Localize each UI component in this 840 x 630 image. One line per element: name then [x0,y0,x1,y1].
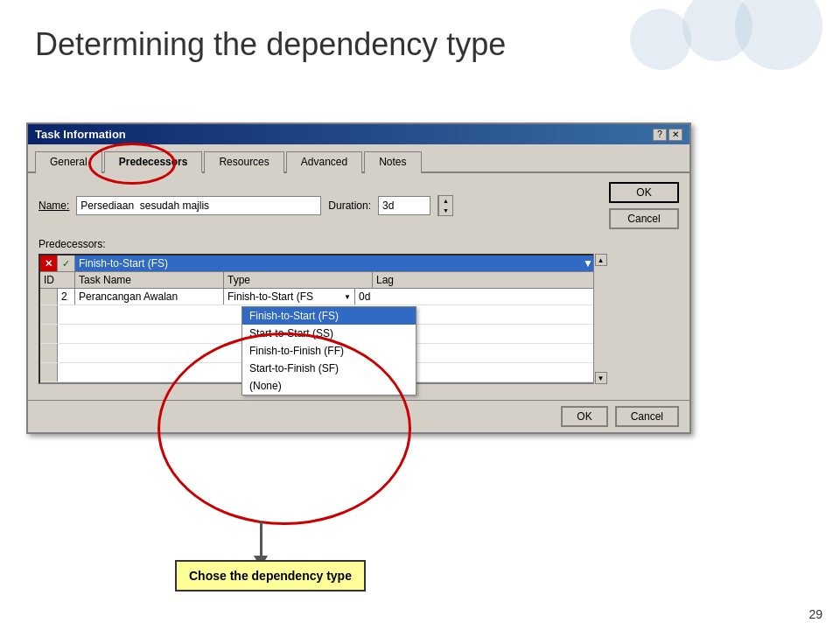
tab-general[interactable]: General [35,151,102,173]
name-duration-row: Name: Duration: ▲ ▼ OK Cancel [38,182,679,229]
grid-scrollbar: ▲ ▼ [593,254,607,384]
predecessors-label: Predecessors: [38,238,679,250]
dialog-title: Task Information [35,128,126,141]
x-icon: ✕ [45,258,52,270]
close-button[interactable]: ✕ [668,129,682,141]
tab-notes[interactable]: Notes [364,151,421,173]
scroll-track [595,266,607,372]
spinner-down[interactable]: ▼ [438,206,452,215]
help-button[interactable]: ? [653,129,667,141]
page-number: 29 [808,607,822,621]
callout-box: Chose the dependency type [175,560,366,592]
duration-input[interactable] [378,196,430,215]
type-dropdown-popup: Finish-to-Start (FS) Start-to-Start (SS)… [242,306,416,396]
bottom-buttons-row: OK Cancel [28,400,690,432]
grid-combo-row: ✕ ✓ Finish-to-Start (FS) ▼ [40,256,597,272]
combo-dropdown-arrow: ▼ [583,257,593,270]
dialog-content: Name: Duration: ▲ ▼ OK Cancel [28,173,690,400]
dropdown-option-sf[interactable]: Start-to-Finish (SF) [242,360,416,377]
row-selector [40,289,58,304]
predecessors-tab-wrapper: Predecessors [104,150,205,172]
row-lag-cell: 0d [355,289,399,304]
scroll-up-button[interactable]: ▲ [595,254,607,266]
dialog-controls: ? ✕ [653,129,682,141]
row-type-cell[interactable]: Finish-to-Start (FS ▼ [224,289,355,304]
bottom-ok-button[interactable]: OK [561,406,607,427]
col-header-lag: Lag [373,272,416,288]
row-id-cell: 2 [58,289,75,304]
right-buttons: OK Cancel [609,182,679,229]
dropdown-option-none[interactable]: (None) [242,377,416,395]
duration-spinner: ▲ ▼ [438,195,453,216]
dropdown-option-ff[interactable]: Finish-to-Finish (FF) [242,342,416,360]
task-name-input[interactable] [76,196,321,215]
ok-button[interactable]: OK [609,182,679,203]
arrow-line [260,521,262,556]
table-row[interactable]: 2 Perancangan Awalan Finish-to-Start (FS… [40,289,597,305]
name-label: Name: [38,200,69,212]
tab-predecessors[interactable]: Predecessors [104,151,203,173]
dropdown-option-ss[interactable]: Start-to-Start (SS) [242,325,416,342]
grid-combo-dropdown[interactable]: Finish-to-Start (FS) ▼ [75,256,597,271]
duration-label: Duration: [328,200,371,212]
col-header-taskname: Task Name [75,272,224,288]
type-dropdown-arrow: ▼ [344,293,351,301]
dropdown-option-fs[interactable]: Finish-to-Start (FS) [242,307,416,325]
grid-check-cell[interactable]: ✓ [58,256,75,271]
spinner-up[interactable]: ▲ [438,196,452,206]
col-header-id: ID [40,272,75,288]
check-icon: ✓ [62,258,70,270]
grid-column-headers: ID Task Name Type Lag [40,272,597,289]
tab-advanced[interactable]: Advanced [286,151,362,173]
page-title: Determining the dependency type [0,0,840,80]
tab-resources[interactable]: Resources [204,151,284,173]
dialog-titlebar: Task Information ? ✕ [28,124,690,144]
task-information-dialog: Task Information ? ✕ General Predecessor… [26,122,691,434]
cancel-button[interactable]: Cancel [609,208,679,229]
bottom-cancel-button[interactable]: Cancel [615,406,679,427]
col-header-type: Type [224,272,373,288]
grid-wrapper: ✕ ✓ Finish-to-Start (FS) ▼ ID [38,254,607,384]
page-container: Determining the dependency type Task Inf… [0,0,840,630]
predecessors-grid: ✕ ✓ Finish-to-Start (FS) ▼ ID [38,254,598,384]
tabs-container: General Predecessors Resources Advanced … [28,144,690,173]
scroll-down-button[interactable]: ▼ [595,372,607,384]
grid-x-cell[interactable]: ✕ [40,256,58,271]
row-taskname-cell: Perancangan Awalan [75,289,224,304]
